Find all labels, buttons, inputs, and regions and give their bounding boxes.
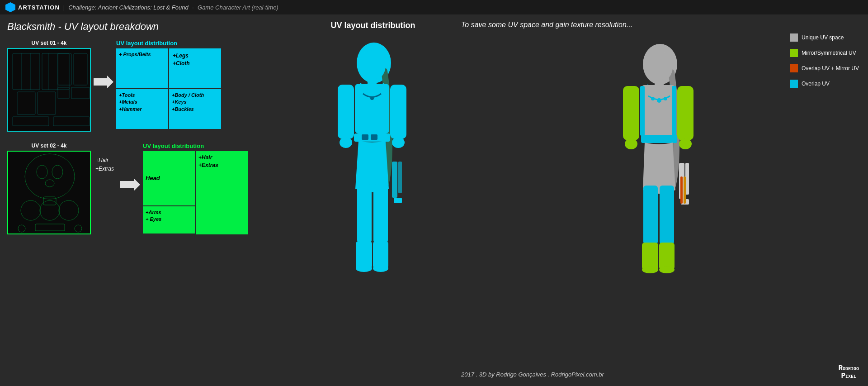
legend: Unique UV space Mirror/Symmetrical UV Ov… xyxy=(790,33,859,91)
grid1-cells: + Props/Belts +Legs+Cloth +Tools+Metals+… xyxy=(116,48,221,129)
svg-point-70 xyxy=(659,266,675,273)
svg-point-69 xyxy=(642,266,658,273)
separator: | xyxy=(63,4,65,11)
uv-set1-wireframe xyxy=(8,49,91,132)
svg-rect-55 xyxy=(623,86,639,140)
right-title: To save some UV space and gain texture r… xyxy=(461,21,859,29)
legend-color-unique xyxy=(790,33,798,42)
svg-rect-36 xyxy=(373,184,388,243)
center-title: UV layout distribution xyxy=(331,21,415,30)
svg-point-78 xyxy=(664,97,667,100)
rodrigo-pixel-logo: RODRIGO PIXEL xyxy=(838,365,859,381)
svg-point-76 xyxy=(657,98,661,103)
uv-set2-preview-col: UV set 02 - 4k xyxy=(7,143,91,237)
svg-point-42 xyxy=(340,137,352,148)
legend-item-overlap-mirror: Overlap UV + Mirror UV xyxy=(790,64,859,72)
svg-point-77 xyxy=(651,97,655,100)
content-left: Blacksmith - UV layout breakdown UV set … xyxy=(0,14,294,386)
svg-rect-72 xyxy=(685,163,689,195)
page-title: Blacksmith - UV layout breakdown xyxy=(7,21,287,33)
cyan-character-svg xyxy=(305,35,441,352)
header: ARTSTATION | Challenge: Ancient Civiliza… xyxy=(0,0,868,14)
svg-rect-59 xyxy=(640,86,645,136)
svg-rect-50 xyxy=(371,134,377,140)
svg-rect-33 xyxy=(355,84,389,133)
main-layout: Blacksmith - UV layout breakdown UV set … xyxy=(0,14,868,386)
grid1-cell-2: +Tools+Metals+Hammer xyxy=(116,89,168,129)
legend-color-overlap-mirror xyxy=(790,64,798,72)
legend-color-overlap xyxy=(790,80,798,88)
svg-rect-61 xyxy=(641,135,677,143)
svg-point-56 xyxy=(625,138,637,149)
svg-rect-65 xyxy=(643,186,658,244)
svg-rect-60 xyxy=(672,86,676,136)
uv-set2-wireframe xyxy=(8,152,91,234)
svg-rect-46 xyxy=(398,162,402,193)
svg-rect-41 xyxy=(338,85,354,139)
svg-rect-47 xyxy=(394,198,402,203)
svg-point-31 xyxy=(359,50,386,81)
artstation-logo-icon xyxy=(5,2,15,12)
uv-set2-preview xyxy=(7,151,91,234)
svg-rect-43 xyxy=(390,85,406,139)
svg-rect-37 xyxy=(356,241,372,268)
svg-point-40 xyxy=(373,265,388,272)
svg-point-52 xyxy=(646,52,673,82)
grid2-head-cell: Head xyxy=(143,151,195,205)
svg-point-39 xyxy=(356,265,372,272)
grid1-container: UV layout distribution + Props/Belts +Le… xyxy=(116,40,221,135)
footer-credit: 2017 . 3D by Rodrigo Gonçalves . Rodrigo… xyxy=(461,371,604,378)
svg-rect-67 xyxy=(642,243,658,270)
legend-item-mirror: Mirror/Symmetrical UV xyxy=(790,49,859,57)
set2-side-label-col: +Hair+Extras xyxy=(95,143,114,173)
grid1-title: UV layout distribution xyxy=(116,40,177,47)
legend-label-overlap-mirror: Overlap UV + Mirror UV xyxy=(802,65,859,71)
uv-set1-preview xyxy=(7,48,91,132)
svg-point-48 xyxy=(370,96,374,100)
svg-rect-38 xyxy=(373,241,388,268)
set2-side-text: +Hair+Extras xyxy=(95,156,114,173)
svg-rect-57 xyxy=(677,86,693,140)
svg-rect-74 xyxy=(680,176,683,204)
legend-item-overlap: Overlap UV xyxy=(790,80,859,88)
legend-label-unique: Unique UV space xyxy=(802,34,844,41)
separator2: - xyxy=(192,4,194,11)
arrow-icon-1 xyxy=(94,76,113,88)
svg-marker-28 xyxy=(120,178,140,191)
colored-character-svg xyxy=(574,36,746,353)
uv-set1-label: UV set 01 - 4k xyxy=(31,40,66,46)
svg-rect-49 xyxy=(362,134,368,140)
svg-marker-15 xyxy=(94,76,113,88)
uv-set2-row: UV set 02 - 4k xyxy=(7,143,287,237)
arrow-icon-2 xyxy=(120,178,140,191)
grid2-hair-cell: +Hair+Extras xyxy=(196,151,248,234)
svg-rect-16 xyxy=(8,152,91,234)
svg-rect-66 xyxy=(660,186,674,244)
svg-rect-54 xyxy=(641,85,675,135)
svg-point-58 xyxy=(679,138,692,149)
svg-rect-75 xyxy=(684,176,686,204)
svg-rect-0 xyxy=(8,49,91,132)
grid2-title: UV layout distribution xyxy=(143,143,204,149)
legend-color-mirror xyxy=(790,49,798,57)
grid1-cell-0: + Props/Belts xyxy=(116,48,168,88)
legend-item-unique: Unique UV space xyxy=(790,33,859,42)
grid2-arms-cell: +Arms+ Eyes xyxy=(143,206,195,234)
legend-label-overlap: Overlap UV xyxy=(802,81,830,87)
center-char-panel: UV layout distribution xyxy=(294,14,452,386)
grid1-cell-3: +Body / Cloth+Keys+Buckles xyxy=(169,89,221,129)
grid2-cells: Head +Hair+Extras +Arms+ Eyes xyxy=(143,151,248,234)
arrow1 xyxy=(94,40,113,124)
arrow2 xyxy=(120,143,140,226)
uv-set1-row: UV set 01 - 4k xyxy=(7,40,287,135)
uv-set2-label: UV set 02 - 4k xyxy=(31,143,66,149)
uv-set1-preview-col: UV set 01 - 4k xyxy=(7,40,91,132)
svg-point-44 xyxy=(392,137,405,148)
right-panel: To save some UV space and gain texture r… xyxy=(452,14,868,386)
subtitle-text: Game Character Art (real-time) xyxy=(198,4,278,11)
svg-rect-35 xyxy=(357,184,372,243)
legend-label-mirror: Mirror/Symmetrical UV xyxy=(802,50,856,56)
svg-rect-45 xyxy=(392,162,397,198)
grid1-cell-1: +Legs+Cloth xyxy=(169,48,221,88)
logo-text: ARTSTATION xyxy=(18,4,60,11)
